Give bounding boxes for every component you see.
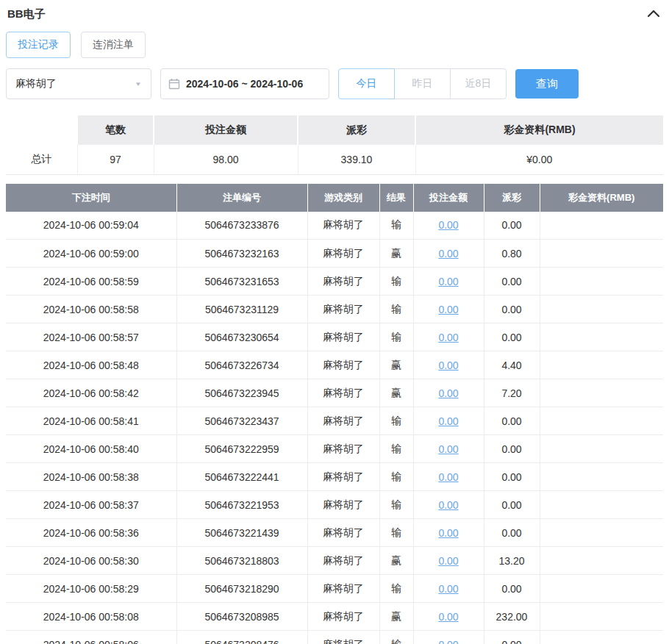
table-row: 2024-10-06 00:58:085064673208985麻将胡了赢0.0…: [6, 603, 663, 631]
cell-game: 麻将胡了: [307, 631, 379, 644]
cell-result: 输: [379, 631, 413, 644]
date-range-picker[interactable]: 2024-10-06 ~ 2024-10-06: [160, 68, 329, 99]
bet-amount-link[interactable]: 0.00: [438, 387, 458, 399]
summary-header-row: 笔数投注金额派彩彩金资料(RMB): [6, 115, 663, 145]
query-button[interactable]: 查询: [515, 69, 579, 99]
bet-amount-link[interactable]: 0.00: [438, 443, 458, 455]
cell-bet: 0.00: [413, 631, 484, 644]
cell-payout: 0.00: [484, 268, 540, 296]
cell-time: 2024-10-06 00:58:59: [6, 268, 176, 296]
cell-game: 麻将胡了: [307, 463, 379, 491]
cell-game: 麻将胡了: [307, 296, 379, 323]
cell-bonus: [540, 212, 663, 240]
cell-time: 2024-10-06 00:58:30: [6, 547, 176, 575]
cell-time: 2024-10-06 00:59:04: [6, 212, 176, 240]
table-row: 2024-10-06 00:58:595064673231653麻将胡了输0.0…: [6, 268, 663, 296]
quick-last8days-button[interactable]: 近8日: [450, 68, 507, 99]
table-row: 2024-10-06 00:58:365064673221439麻将胡了输0.0…: [6, 519, 663, 547]
bet-amount-link[interactable]: 0.00: [438, 248, 458, 260]
cell-payout: 0.00: [484, 407, 540, 435]
bet-amount-link[interactable]: 0.00: [438, 276, 458, 287]
bet-amount-link[interactable]: 0.00: [438, 471, 458, 483]
cell-game: 麻将胡了: [307, 407, 379, 435]
cell-game: 麻将胡了: [307, 547, 379, 575]
bet-amount-link[interactable]: 0.00: [438, 359, 458, 371]
bet-amount-link[interactable]: 0.00: [438, 527, 458, 539]
cell-bonus: [540, 519, 663, 547]
tab-cancelled-orders[interactable]: 连消注单: [81, 32, 146, 58]
page-title: BB电子: [7, 7, 46, 21]
tab-bar: 投注记录连消注单: [6, 32, 663, 58]
table-row: 2024-10-06 00:59:045064673233876麻将胡了输0.0…: [6, 212, 663, 240]
summary-table: 笔数投注金额派彩彩金资料(RMB) 总计9798.00339.10¥0.00: [6, 115, 663, 175]
cell-bonus: [540, 631, 663, 644]
cell-time: 2024-10-06 00:58:37: [6, 491, 176, 519]
game-select[interactable]: 麻将胡了 ▼: [6, 68, 151, 99]
bet-amount-link[interactable]: 0.00: [438, 583, 458, 595]
cell-bet: 0.00: [413, 603, 484, 631]
cell-time: 2024-10-06 00:58:08: [6, 603, 176, 631]
bet-amount-link[interactable]: 0.00: [438, 415, 458, 427]
cell-bet: 0.00: [413, 212, 484, 240]
cell-payout: 0.00: [484, 575, 540, 603]
cell-time: 2024-10-06 00:59:00: [6, 240, 176, 268]
records-header-cell: 游戏类别: [307, 184, 379, 212]
bet-amount-link[interactable]: 0.00: [438, 219, 458, 231]
cell-order_id: 5064673208476: [176, 631, 307, 644]
cell-time: 2024-10-06 00:58:48: [6, 351, 176, 379]
cell-game: 麻将胡了: [307, 240, 379, 268]
cell-bonus: [540, 407, 663, 435]
bet-amount-link[interactable]: 0.00: [438, 555, 458, 567]
summary-cell: 98.00: [154, 145, 298, 174]
records-header-cell: 注单编号: [176, 184, 307, 212]
cell-bet: 0.00: [413, 351, 484, 379]
bet-amount-link[interactable]: 0.00: [438, 611, 458, 623]
cell-time: 2024-10-06 00:58:06: [6, 631, 176, 644]
cell-game: 麻将胡了: [307, 575, 379, 603]
tab-bet-records[interactable]: 投注记录: [6, 32, 71, 58]
records-header-row: 下注时间注单编号游戏类别结果投注金额派彩彩金资料(RMB): [6, 184, 663, 212]
cell-order_id: 5064673218290: [176, 575, 307, 603]
bet-amount-link[interactable]: 0.00: [438, 639, 458, 644]
cell-order_id: 5064673218803: [176, 547, 307, 575]
table-row: 2024-10-06 00:58:065064673208476麻将胡了输0.0…: [6, 631, 663, 644]
cell-order_id: 5064673226734: [176, 351, 307, 379]
bet-amount-link[interactable]: 0.00: [438, 499, 458, 511]
cell-bonus: [540, 603, 663, 631]
cell-game: 麻将胡了: [307, 212, 379, 240]
cell-bonus: [540, 463, 663, 491]
cell-bet: 0.00: [413, 323, 484, 351]
quick-yesterday-button[interactable]: 昨日: [394, 68, 451, 99]
quick-today-button[interactable]: 今日: [338, 68, 395, 99]
cell-order_id: 5064673223437: [176, 407, 307, 435]
summary-cell: 339.10: [298, 145, 415, 174]
cell-bonus: [540, 296, 663, 323]
bet-amount-link[interactable]: 0.00: [438, 332, 458, 343]
cell-bet: 0.00: [413, 547, 484, 575]
bet-amount-link[interactable]: 0.00: [438, 304, 458, 315]
calendar-icon: [168, 78, 180, 90]
cell-bet: 0.00: [413, 379, 484, 407]
cell-result: 赢: [379, 379, 413, 407]
cell-result: 输: [379, 323, 413, 351]
table-row: 2024-10-06 00:58:415064673223437麻将胡了输0.0…: [6, 407, 663, 435]
cell-order_id: 5064673222441: [176, 463, 307, 491]
table-row: 2024-10-06 00:58:375064673221953麻将胡了输0.0…: [6, 491, 663, 519]
cell-game: 麻将胡了: [307, 351, 379, 379]
cell-payout: 7.20: [484, 379, 540, 407]
cell-payout: 0.00: [484, 519, 540, 547]
summary-cell: 总计: [6, 145, 77, 174]
cell-game: 麻将胡了: [307, 491, 379, 519]
cell-game: 麻将胡了: [307, 379, 379, 407]
collapse-button[interactable]: [645, 7, 662, 21]
cell-order_id: 5064673233876: [176, 212, 307, 240]
records-header-cell: 投注金额: [413, 184, 484, 212]
summary-header-cell: [6, 115, 77, 145]
cell-payout: 4.40: [484, 351, 540, 379]
cell-game: 麻将胡了: [307, 268, 379, 296]
cell-payout: 0.00: [484, 296, 540, 323]
quick-range-group: 今日昨日近8日: [338, 68, 507, 99]
cell-result: 赢: [379, 351, 413, 379]
cell-bet: 0.00: [413, 435, 484, 463]
cell-result: 输: [379, 575, 413, 603]
